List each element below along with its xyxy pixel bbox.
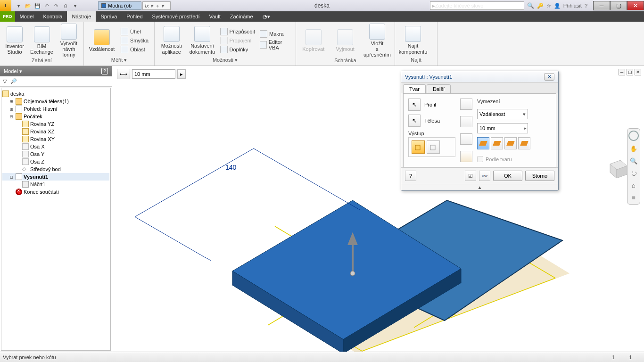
preview-check-icon[interactable]: ☑ [465, 171, 476, 181]
tree-root[interactable]: deska [2, 90, 109, 98]
dir-positive-button[interactable] [477, 137, 489, 149]
search-icon[interactable]: 🔍 [527, 2, 534, 9]
measure-mode-icon[interactable]: ⟷ [117, 69, 130, 79]
help-icon[interactable]: ? [585, 3, 587, 8]
panel-help-icon[interactable]: ? [101, 68, 108, 74]
orbit-icon[interactable]: ⭮ [629, 168, 638, 178]
appearance-dropdown[interactable]: Modrá (ob [98, 1, 141, 10]
tab-vault[interactable]: Vault [204, 11, 225, 22]
tree-xy[interactable]: Rovina XY [2, 135, 109, 143]
graphics-viewport[interactable]: ─ ▢ ✕ [112, 66, 644, 352]
tab-nastroje[interactable]: Nástroje [67, 11, 96, 22]
measure-flyout-icon[interactable]: ▸ [177, 69, 186, 79]
tree-xz[interactable]: Rovina XZ [2, 128, 109, 135]
qat-print-icon[interactable]: ⎙ [61, 1, 70, 10]
vlozit-button[interactable]: Vložit s upřesněním [363, 24, 391, 58]
tree-yz[interactable]: Rovina YZ [2, 120, 109, 128]
zoom-icon[interactable]: 🔍 [629, 156, 638, 165]
editor-vba-button[interactable]: Editor VBA [260, 39, 292, 50]
tab-kontrola[interactable]: Kontrola [38, 11, 67, 22]
tree-view[interactable]: ⊞Pohled: Hlavní [2, 105, 109, 113]
fx-parameters-button[interactable]: fx ▾ ＋ ▾ [142, 1, 171, 10]
tab-tvar[interactable]: Tvar [403, 84, 426, 93]
qat-more-icon[interactable]: ▾ [71, 1, 79, 10]
match-shape-checkbox[interactable]: Podle tvaru [477, 156, 551, 162]
tab-zaciname[interactable]: Začínáme [225, 11, 258, 22]
tree-solids[interactable]: ⊞Objemová tělesa(1) [2, 98, 109, 105]
pro-badge[interactable]: PRO [0, 11, 15, 22]
model-browser-header[interactable]: Model ▾ ? [0, 66, 112, 76]
tab-model[interactable]: Model [15, 11, 39, 22]
dialog-titlebar[interactable]: Vysunutí : Vysunutí1 ✕ [401, 71, 558, 82]
tab-dalsi[interactable]: Další [427, 84, 451, 93]
doplnky-button[interactable]: Doplňky [220, 46, 255, 53]
close-button[interactable]: ✕ [627, 1, 644, 10]
tree-end[interactable]: Konec součásti [2, 188, 109, 196]
filter-icon[interactable]: ▽ [3, 78, 7, 84]
user-icon[interactable]: 👤 [554, 3, 561, 9]
maximize-button[interactable]: ▢ [610, 1, 627, 10]
qat-redo-icon[interactable]: ↷ [52, 1, 60, 10]
prizpusobit-button[interactable]: Přizpůsobit [220, 28, 255, 35]
dir-negative-button[interactable] [491, 137, 503, 149]
match-shape-check-input[interactable] [477, 156, 483, 162]
login-link[interactable]: Přihlásit [563, 3, 582, 8]
tree-sketch[interactable]: Náčrt1 [2, 181, 109, 188]
vytvorit-navrh-button[interactable]: Vytvořit návrh formy [58, 24, 80, 58]
qat-undo-icon[interactable]: ↶ [42, 1, 51, 10]
profil-pick-button[interactable]: ↖ [408, 99, 421, 111]
makra-button[interactable]: Makra [260, 30, 292, 38]
key-icon[interactable]: 🔑 [537, 3, 544, 9]
tree-extrusion[interactable]: ⊟Vysunutí1 [2, 173, 109, 181]
dir-symmetric-button[interactable] [504, 137, 517, 149]
find-icon[interactable]: 🔎 [10, 78, 17, 84]
tab-sprava[interactable]: Správa [96, 11, 122, 22]
inventor-studio-button[interactable]: Inventor Studio [4, 26, 25, 55]
dir-asymmetric-button[interactable] [518, 137, 530, 149]
group-title-merit[interactable]: Měřit ▾ [84, 57, 154, 66]
telesa-pick-button[interactable]: ↖ [408, 115, 421, 127]
tab-pohled[interactable]: Pohled [122, 11, 147, 22]
smycka-button[interactable]: Smyčka [121, 37, 149, 44]
vzdalenost-button[interactable]: Vzdálenost [88, 29, 116, 52]
dialog-help-button[interactable]: ? [405, 171, 416, 181]
model-tree[interactable]: deska ⊞Objemová tělesa(1) ⊞Pohled: Hlavn… [1, 88, 111, 351]
tree-ox[interactable]: Osa X [2, 143, 109, 150]
storno-button[interactable]: Storno [525, 171, 554, 181]
dialog-close-icon[interactable]: ✕ [544, 73, 554, 81]
boolean-join-button[interactable] [460, 99, 472, 110]
tree-oy[interactable]: Osa Y [2, 150, 109, 158]
measure-value-input[interactable] [132, 69, 175, 79]
qat-save-icon[interactable]: 💾 [33, 1, 41, 10]
boolean-intersect-button[interactable] [460, 133, 472, 145]
oblast-button[interactable]: Oblast [121, 46, 149, 53]
help-search-input[interactable]: ▸ Zadejte klíčové slovo [430, 1, 524, 10]
uhel-button[interactable]: Úhel [121, 28, 149, 35]
output-surface-button[interactable] [427, 140, 440, 154]
tab-sysprostredi[interactable]: Systémové prostředí [148, 11, 205, 22]
app-logo[interactable]: I [0, 0, 11, 11]
dialog-expand-icon[interactable]: ▲ [401, 184, 558, 190]
output-solid-button[interactable] [412, 140, 425, 154]
group-title-moznosti[interactable]: Možnosti ▾ [155, 57, 296, 66]
najit-komponentu-button[interactable]: Najít komponentu [399, 26, 427, 54]
nastaveni-dokumentu-button[interactable]: Nastavení dokumentu [189, 26, 215, 54]
qat-new-icon[interactable]: ▾ [14, 1, 23, 10]
boolean-newsolid-button[interactable] [460, 151, 472, 162]
nav-more-icon[interactable]: ≡ [629, 193, 638, 202]
tree-origin[interactable]: ⊟Počátek [2, 113, 109, 120]
glasses-icon[interactable]: 👓 [479, 171, 490, 181]
moznosti-aplikace-button[interactable]: Možnosti aplikace [158, 26, 184, 54]
qat-open-icon[interactable]: 📂 [24, 1, 32, 10]
tab-overflow[interactable]: ◔▾ [258, 11, 275, 22]
tree-center[interactable]: Středový bod [2, 165, 109, 173]
minimize-button[interactable]: ─ [593, 1, 610, 10]
ok-button[interactable]: OK [493, 171, 522, 181]
extents-combo[interactable]: Vzdálenost [477, 109, 528, 119]
star-icon[interactable]: ☆ [546, 3, 551, 9]
lookat-icon[interactable]: ⌂ [629, 181, 638, 190]
tree-oz[interactable]: Osa Z [2, 158, 109, 165]
bim-exchange-button[interactable]: BIM Exchange [30, 26, 53, 55]
viewcube[interactable] [604, 156, 630, 181]
pan-icon[interactable]: ✋ [629, 144, 638, 153]
